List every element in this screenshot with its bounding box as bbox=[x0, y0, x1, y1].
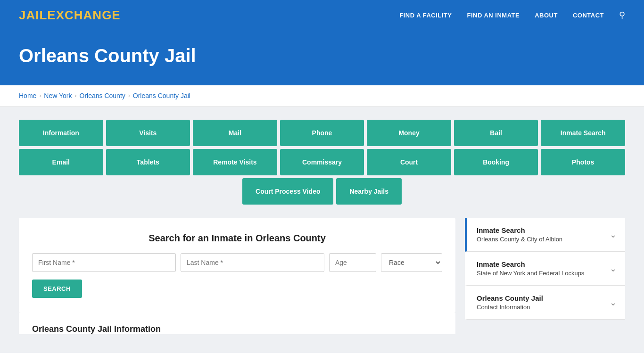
nav-about[interactable]: ABOUT bbox=[535, 12, 558, 19]
site-logo[interactable]: JAILEXCHANGE bbox=[19, 8, 121, 23]
breadcrumb-home[interactable]: Home bbox=[19, 92, 36, 99]
last-name-input[interactable] bbox=[181, 253, 324, 272]
search-icon[interactable]: ⚲ bbox=[619, 10, 625, 20]
nav-find-facility[interactable]: FIND A FACILITY bbox=[399, 12, 452, 19]
race-select[interactable]: Race White Black Hispanic Asian Other bbox=[381, 253, 442, 272]
button-grid-row1: Information Visits Mail Phone Money Bail… bbox=[19, 120, 625, 146]
breadcrumb-current: Orleans County Jail bbox=[133, 92, 190, 99]
info-section: Orleans County Jail Information bbox=[19, 313, 455, 334]
button-grid-row2: Email Tablets Remote Visits Commissary C… bbox=[19, 149, 625, 175]
content-layout: Search for an Inmate in Orleans County R… bbox=[19, 218, 625, 334]
breadcrumb: Home › New York › Orleans County › Orlea… bbox=[0, 85, 644, 107]
chevron-down-icon-0: ⌄ bbox=[610, 230, 617, 240]
chevron-down-icon-2: ⌄ bbox=[610, 297, 617, 308]
btn-money[interactable]: Money bbox=[367, 120, 451, 146]
btn-tablets[interactable]: Tablets bbox=[106, 149, 190, 175]
inmate-search-panel: Search for an Inmate in Orleans County R… bbox=[19, 218, 455, 313]
search-button[interactable]: SEARCH bbox=[32, 280, 82, 298]
chevron-down-icon-1: ⌄ bbox=[610, 263, 617, 274]
page-title: Orleans County Jail bbox=[19, 45, 625, 66]
btn-nearby-jails[interactable]: Nearby Jails bbox=[336, 178, 402, 205]
sidebar-card-2[interactable]: Orleans County Jail Contact Information … bbox=[465, 286, 625, 320]
btn-bail[interactable]: Bail bbox=[454, 120, 538, 146]
nav-find-inmate[interactable]: FIND AN INMATE bbox=[467, 12, 520, 19]
breadcrumb-sep-1: › bbox=[39, 92, 41, 99]
search-panel-title: Search for an Inmate in Orleans County bbox=[32, 233, 442, 244]
btn-court[interactable]: Court bbox=[367, 149, 451, 175]
breadcrumb-orleans-county[interactable]: Orleans County bbox=[80, 92, 125, 99]
sidebar-card-sub-1: State of New York and Federal Lockups bbox=[477, 270, 584, 277]
hero-banner: Orleans County Jail bbox=[0, 30, 644, 85]
sidebar-card-sub-2: Contact Information bbox=[477, 304, 543, 311]
button-grid-row3: Court Process Video Nearby Jails bbox=[19, 178, 625, 205]
nav-contact[interactable]: CONTACT bbox=[573, 12, 604, 19]
age-input[interactable] bbox=[329, 253, 376, 272]
sidebar-card-title-2: Orleans County Jail bbox=[477, 294, 543, 302]
sidebar-card-1[interactable]: Inmate Search State of New York and Fede… bbox=[465, 252, 625, 286]
btn-court-process-video[interactable]: Court Process Video bbox=[242, 178, 333, 205]
btn-remote-visits[interactable]: Remote Visits bbox=[193, 149, 277, 175]
btn-email[interactable]: Email bbox=[19, 149, 103, 175]
btn-mail[interactable]: Mail bbox=[193, 120, 277, 146]
first-name-input[interactable] bbox=[32, 253, 176, 272]
btn-information[interactable]: Information bbox=[19, 120, 103, 146]
btn-phone[interactable]: Phone bbox=[280, 120, 364, 146]
sidebar-card-0[interactable]: Inmate Search Orleans County & City of A… bbox=[465, 218, 625, 252]
sidebar: Inmate Search Orleans County & City of A… bbox=[465, 218, 625, 320]
site-header: JAILEXCHANGE FIND A FACILITY FIND AN INM… bbox=[0, 0, 644, 30]
logo-exchange: EXCHANGE bbox=[47, 8, 120, 22]
breadcrumb-sep-3: › bbox=[128, 92, 130, 99]
btn-photos[interactable]: Photos bbox=[541, 149, 625, 175]
btn-commissary[interactable]: Commissary bbox=[280, 149, 364, 175]
main-content: Information Visits Mail Phone Money Bail… bbox=[0, 107, 644, 353]
sidebar-card-title-1: Inmate Search bbox=[477, 260, 584, 268]
main-nav: FIND A FACILITY FIND AN INMATE ABOUT CON… bbox=[399, 10, 625, 20]
search-fields: Race White Black Hispanic Asian Other bbox=[32, 253, 442, 272]
btn-booking[interactable]: Booking bbox=[454, 149, 538, 175]
btn-visits[interactable]: Visits bbox=[106, 120, 190, 146]
sidebar-card-sub-0: Orleans County & City of Albion bbox=[477, 236, 562, 243]
btn-inmate-search[interactable]: Inmate Search bbox=[541, 120, 625, 146]
info-section-title: Orleans County Jail Information bbox=[32, 324, 442, 334]
breadcrumb-new-york[interactable]: New York bbox=[44, 92, 72, 99]
sidebar-card-title-0: Inmate Search bbox=[477, 226, 562, 234]
logo-jail: JAIL bbox=[19, 8, 47, 22]
breadcrumb-sep-2: › bbox=[75, 92, 77, 99]
